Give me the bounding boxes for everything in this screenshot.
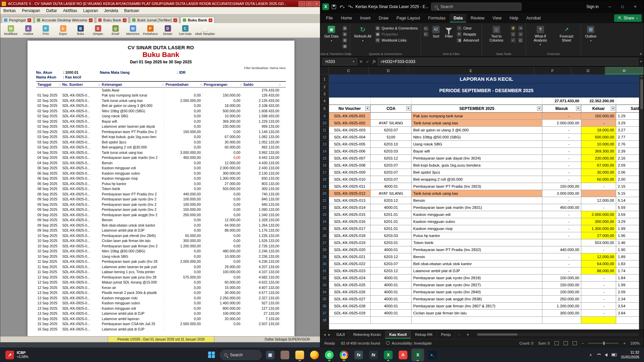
cell-description[interactable]: Kasbon mingguan edi (412, 211, 542, 218)
minimize-icon[interactable] (299, 1, 305, 6)
cell-voucher[interactable]: SDL-KK-0925-004 (329, 134, 371, 141)
cell-empty[interactable] (329, 317, 371, 324)
table-row[interactable]: 12 Sep 2025 SDL-KK-0925-0... Makan jumat… (36, 280, 286, 285)
cell-masuk[interactable] (542, 239, 581, 246)
cell-voucher[interactable]: SDL-KK-0925-015 (329, 211, 371, 218)
cell-description[interactable]: Pembayaran laser pak nyoto (Inv 2840) (412, 289, 542, 296)
confirm-entry-icon[interactable]: ✓ (366, 59, 369, 64)
table-row[interactable]: 15 Sep 2025 SDL-KK-0925-0... Pembayaran … (36, 321, 286, 327)
recent-sources-icon[interactable]: ▧ (342, 44, 347, 49)
cell-total-keluar[interactable]: 22.352.300,00 (581, 98, 616, 105)
cell-keluar[interactable]: 503.000,00 (581, 239, 616, 246)
table-row[interactable]: 06 Sep 2025 SDL-KK-0925-0... Kasbon ming… (36, 166, 286, 171)
properties-button[interactable]: ▦ Properties (375, 32, 418, 37)
cell-voucher[interactable]: SDL-KK-0925-006 (329, 148, 371, 155)
cell-masuk[interactable]: - (542, 176, 581, 183)
tab-close-icon[interactable]: × (28, 18, 31, 22)
ribbon-tab[interactable]: Review (467, 14, 488, 22)
cell-coa[interactable]: 4000.01 (371, 275, 412, 282)
what-if-analysis-button[interactable]: ? What-If Analysis ▾ (529, 25, 552, 47)
ribbon-tab[interactable]: Home (337, 14, 356, 22)
filter-dropdown-icon[interactable]: ▾ (576, 106, 580, 111)
cell-keluar[interactable]: 64.000,00 (581, 260, 616, 267)
cell-voucher[interactable]: SDL-KK-0925-013 (329, 197, 371, 204)
file-explorer-icon[interactable] (293, 349, 306, 361)
document-tab[interactable]: Pengingat × (2, 17, 34, 23)
table-row[interactable]: 10 Sep 2025 SDL-KK-0925-0... Cicilan las… (36, 238, 286, 244)
col-tanggal[interactable]: Tanggal (36, 82, 61, 86)
cell-description[interactable]: Nitro 10tbg @50.000 (SBG) (412, 134, 542, 141)
row-number[interactable]: 27 (320, 239, 329, 246)
row-number[interactable]: 29 (320, 253, 329, 260)
sheet-nav-prev-icon[interactable]: ◂ (324, 332, 326, 337)
cell-coa[interactable]: AYAT SILANG (371, 190, 412, 197)
toolbar-button[interactable]: P Perbaharui (143, 25, 158, 36)
cell-coa[interactable]: 6203.03 (371, 232, 412, 239)
cell-description[interactable]: Bensin (412, 197, 542, 204)
cell-masuk[interactable]: - (542, 169, 581, 176)
cell-coa[interactable]: 4000.01 (371, 246, 412, 253)
cell-description[interactable]: Beli spidol 3pcs (412, 169, 542, 176)
cell-keluar[interactable]: - (581, 246, 616, 253)
row-number[interactable]: 2 (320, 83, 329, 90)
cell-coa[interactable]: 4000.01 (371, 282, 412, 289)
cell-coa[interactable]: 6203.07 (371, 260, 412, 267)
relationships-icon[interactable]: ∞ (518, 32, 523, 37)
scroll-up-icon[interactable]: ▴ (641, 75, 642, 78)
cell-masuk[interactable]: - (542, 197, 581, 204)
tab-close-icon[interactable]: × (209, 18, 212, 22)
cell-keluar[interactable]: 300.000,00 (581, 218, 616, 225)
close-icon[interactable] (313, 1, 320, 6)
cell-coa[interactable]: AYAT SILANG (371, 120, 412, 127)
cell-coa[interactable]: 6203.03 (371, 148, 412, 155)
document-tab[interactable]: Accurate Desktop Welcome × (35, 17, 95, 23)
row-number[interactable]: 18 (320, 176, 329, 183)
cell-coa[interactable]: 6201.01 (371, 218, 412, 225)
menu-item[interactable]: Berkas (0, 8, 19, 13)
clock[interactable]: 11:32 31/01/2026 (621, 350, 639, 360)
clear-button[interactable]: ✕ Clear (457, 26, 479, 31)
cell-voucher[interactable]: SDL-KK-0925-017 (329, 225, 371, 232)
cell-masuk[interactable]: 440.000,00 (542, 246, 581, 253)
excel-icon[interactable]: X (382, 349, 395, 361)
cell-empty[interactable] (329, 98, 371, 105)
cell-voucher[interactable]: SDL-KK-0925-003 (329, 127, 371, 134)
network-icon[interactable] (596, 353, 601, 356)
toolbar-button[interactable]: M Modifikasi (3, 25, 18, 36)
cell-keluar[interactable]: 369.300,00 (581, 148, 616, 155)
row-number[interactable]: 16 (320, 162, 329, 169)
cell-keluar[interactable]: 150.000,00 (581, 113, 616, 120)
row-number[interactable]: 4 (320, 98, 329, 105)
table-row[interactable]: 02 Sep 2025 SDL-KK-0925-0... Nitro 10tbg… (36, 108, 286, 114)
table-row[interactable]: 13 Sep 2025 SDL-KK-0925-0... Kasbon ming… (36, 306, 286, 311)
cell-voucher[interactable]: SDL-KK-0925-024 (329, 275, 371, 282)
table-row[interactable]: 10 Sep 2025 SDL-KK-0925-0... Pembayaran … (36, 233, 286, 238)
table-row[interactable]: 06 Sep 2025 SDL-KK-0925-0... Kasbon ming… (36, 176, 286, 181)
zoom-level[interactable]: 100% (630, 341, 640, 345)
cell-voucher[interactable]: SDL-KK-0925-016 (329, 218, 371, 225)
column-header-e[interactable]: E (408, 67, 534, 74)
zoom-in-icon[interactable]: + (623, 341, 625, 345)
tab-close-icon[interactable]: × (173, 18, 177, 22)
cell-masuk[interactable]: 450.000,00 (542, 204, 581, 211)
cell-voucher[interactable]: SDL-KK-0925-005 (329, 141, 371, 148)
toolbar-button[interactable]: D Desain (160, 25, 175, 36)
row-number[interactable]: 1 (320, 75, 329, 83)
cell-voucher[interactable]: SDL-KK-0925-025 (329, 282, 371, 289)
cell-voucher[interactable]: SDL-KK-0925-001 (329, 113, 371, 120)
row-number[interactable]: 30 (320, 260, 329, 267)
cell-coa[interactable]: 6201.01 (371, 211, 412, 218)
sort-button[interactable]: AZ Sort (431, 25, 441, 39)
sheet-tab[interactable]: GAJI (332, 330, 350, 339)
row-number[interactable]: 31 (320, 267, 329, 275)
cell-masuk[interactable]: - (542, 134, 581, 141)
table-row[interactable]: 11 Sep 2025 SDL-KK-0925-0... Lalamove an… (36, 264, 286, 269)
header-masuk[interactable]: Masuk▾ (542, 105, 581, 113)
toolbar-button[interactable]: B Buka (73, 25, 88, 36)
cell-description[interactable]: Tarik tunai untuk uang kas (412, 190, 542, 197)
toolbar-button[interactable]: @ Email (108, 25, 123, 36)
cell-masuk[interactable]: - (542, 267, 581, 275)
row-number[interactable]: 24 (320, 218, 329, 225)
cell-voucher[interactable]: SDL-KK-0925-010 (329, 176, 371, 183)
cell-coa[interactable]: 6203.12 (371, 155, 412, 162)
